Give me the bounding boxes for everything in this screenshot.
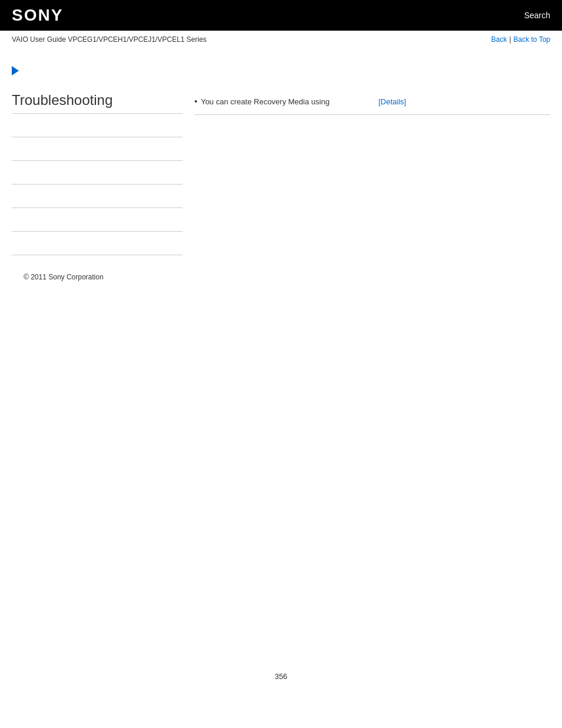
footer: © 2011 Sony Corporation	[12, 255, 550, 293]
content-columns: Troubleshooting • You can create Recover…	[12, 92, 550, 255]
chevron-right-icon	[12, 54, 550, 86]
breadcrumb-bar: VAIO User Guide VPCEG1/VPCEH1/VPCEJ1/VPC…	[0, 31, 562, 48]
header: SONY Search	[0, 0, 562, 31]
content-bullet: • You can create Recovery Media using [D…	[194, 92, 550, 115]
sidebar-title: Troubleshooting	[12, 92, 183, 114]
sidebar-item[interactable]	[12, 185, 183, 208]
separator: |	[509, 35, 511, 44]
recovery-media-text: You can create Recovery Media using	[201, 97, 329, 106]
back-to-top-link[interactable]: Back to Top	[514, 35, 550, 44]
breadcrumb-nav: Back | Back to Top	[491, 35, 550, 44]
main-content: Troubleshooting • You can create Recover…	[0, 48, 562, 305]
sidebar-item[interactable]	[12, 208, 183, 232]
page-number: 356	[275, 660, 287, 693]
sidebar-item[interactable]	[12, 114, 183, 137]
back-link[interactable]: Back	[491, 35, 507, 44]
bullet-icon: •	[194, 97, 197, 106]
sidebar-item[interactable]	[12, 161, 183, 185]
details-link[interactable]: [Details]	[379, 97, 406, 106]
sony-logo: SONY	[12, 6, 63, 25]
sidebar-item[interactable]	[12, 232, 183, 255]
guide-title: VAIO User Guide VPCEG1/VPCEH1/VPCEJ1/VPC…	[12, 35, 207, 44]
search-button[interactable]: Search	[524, 11, 550, 20]
gap-text	[332, 97, 376, 106]
sidebar-item[interactable]	[12, 137, 183, 161]
left-sidebar: Troubleshooting	[12, 92, 183, 255]
right-content: • You can create Recovery Media using [D…	[194, 92, 550, 255]
copyright-text: © 2011 Sony Corporation	[24, 273, 104, 281]
bullet-text: You can create Recovery Media using [Det…	[201, 97, 406, 107]
